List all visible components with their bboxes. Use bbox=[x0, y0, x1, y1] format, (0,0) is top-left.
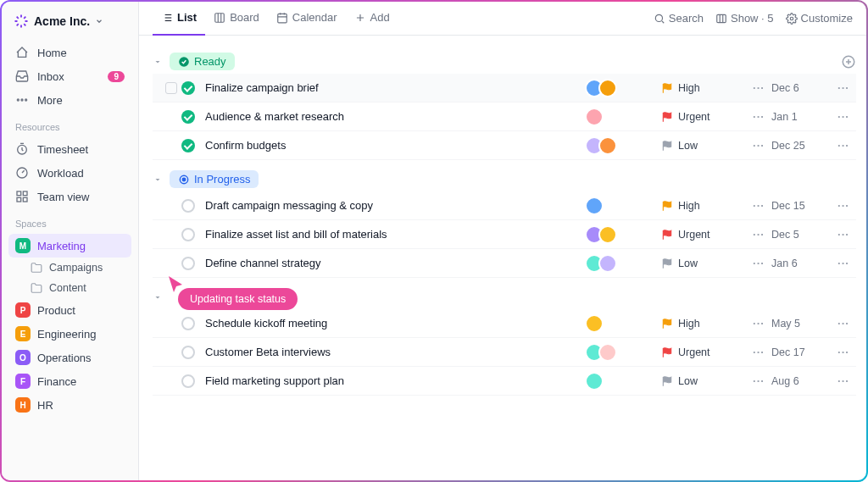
priority-cell[interactable]: Low bbox=[661, 375, 746, 387]
assignees[interactable] bbox=[585, 79, 661, 97]
view-tab-board[interactable]: Board bbox=[205, 2, 268, 36]
task-row[interactable]: Draft campaign messaging & copy High ···… bbox=[153, 191, 856, 220]
nav-inbox[interactable]: Inbox 9 bbox=[8, 64, 131, 88]
collapse-icon[interactable] bbox=[153, 292, 163, 302]
search-button[interactable]: Search bbox=[654, 12, 704, 25]
row-menu-icon[interactable]: ··· bbox=[746, 139, 771, 152]
svg-rect-6 bbox=[17, 197, 21, 202]
assignees[interactable] bbox=[585, 343, 661, 362]
status-pill[interactable]: In Progress bbox=[170, 170, 259, 188]
due-date[interactable]: Dec 15 bbox=[771, 200, 831, 212]
task-status-icon[interactable] bbox=[181, 228, 195, 241]
task-row[interactable]: Define channel strategy Low ··· Jan 6 ··… bbox=[153, 249, 856, 278]
collapse-icon[interactable] bbox=[153, 57, 163, 67]
due-date[interactable]: Jan 1 bbox=[771, 111, 831, 123]
row-menu-icon[interactable]: ··· bbox=[746, 199, 771, 212]
customize-button[interactable]: Customize bbox=[786, 12, 853, 25]
task-status-icon[interactable] bbox=[181, 110, 195, 124]
row-actions-icon[interactable]: ··· bbox=[831, 110, 856, 123]
nav-more[interactable]: More bbox=[8, 88, 131, 112]
task-status-icon[interactable] bbox=[181, 81, 195, 95]
task-row[interactable]: Schedule kickoff meeting High ··· May 5 … bbox=[153, 309, 856, 338]
task-status-icon[interactable] bbox=[181, 199, 195, 213]
assignees[interactable] bbox=[585, 108, 661, 126]
add-task-icon[interactable] bbox=[841, 54, 856, 69]
row-actions-icon[interactable]: ··· bbox=[831, 81, 856, 94]
task-status-icon[interactable] bbox=[181, 139, 195, 152]
task-row[interactable]: Confirm budgets Low ··· Dec 25 ··· bbox=[153, 131, 856, 160]
main-area: List Board Calendar Add Search Show · 5 … bbox=[139, 2, 866, 480]
row-menu-icon[interactable]: ··· bbox=[746, 374, 771, 387]
priority-cell[interactable]: Low bbox=[661, 258, 746, 269]
priority-label: Low bbox=[678, 375, 698, 387]
priority-cell[interactable]: Urgent bbox=[661, 111, 746, 123]
nav-team-view[interactable]: Team view bbox=[8, 185, 131, 208]
task-row[interactable]: Finalize asset list and bill of material… bbox=[153, 220, 856, 249]
assignees[interactable] bbox=[585, 314, 661, 333]
folder-campaigns[interactable]: Campaigns bbox=[8, 258, 131, 278]
folder-content[interactable]: Content bbox=[8, 278, 131, 298]
collapse-icon[interactable] bbox=[153, 175, 163, 185]
row-menu-icon[interactable]: ··· bbox=[746, 228, 771, 241]
row-actions-icon[interactable]: ··· bbox=[831, 139, 856, 152]
view-tab-list[interactable]: List bbox=[153, 2, 205, 36]
space-operations[interactable]: O Operations bbox=[8, 346, 131, 369]
row-actions-icon[interactable]: ··· bbox=[831, 199, 856, 212]
row-menu-icon[interactable]: ··· bbox=[746, 346, 771, 358]
priority-cell[interactable]: High bbox=[661, 82, 746, 94]
assignees[interactable] bbox=[585, 372, 661, 391]
space-marketing[interactable]: M Marketing bbox=[8, 234, 131, 258]
folder-label: Content bbox=[49, 282, 86, 294]
nav-workload[interactable]: Workload bbox=[8, 161, 131, 185]
workspace-logo-icon bbox=[14, 14, 29, 29]
row-actions-icon[interactable]: ··· bbox=[831, 317, 856, 330]
assignees[interactable] bbox=[585, 197, 661, 215]
space-engineering[interactable]: E Engineering bbox=[8, 322, 131, 346]
due-date[interactable]: Jan 6 bbox=[771, 258, 831, 269]
nav-home[interactable]: Home bbox=[8, 41, 131, 64]
row-menu-icon[interactable]: ··· bbox=[746, 110, 771, 123]
row-actions-icon[interactable]: ··· bbox=[831, 257, 856, 269]
task-row[interactable]: Audience & market research Urgent ··· Ja… bbox=[153, 102, 856, 131]
priority-cell[interactable]: Urgent bbox=[661, 229, 746, 241]
due-date[interactable]: Dec 25 bbox=[771, 140, 831, 152]
row-checkbox[interactable] bbox=[165, 82, 177, 94]
task-status-icon[interactable] bbox=[181, 317, 195, 330]
nav-timesheet[interactable]: Timesheet bbox=[8, 137, 131, 161]
priority-cell[interactable]: High bbox=[661, 200, 746, 212]
task-status-icon[interactable] bbox=[181, 374, 195, 388]
due-date[interactable]: May 5 bbox=[771, 318, 831, 330]
assignees[interactable] bbox=[585, 254, 661, 273]
show-button[interactable]: Show · 5 bbox=[715, 12, 774, 25]
priority-cell[interactable]: High bbox=[661, 318, 746, 330]
row-menu-icon[interactable]: ··· bbox=[746, 317, 771, 330]
task-row[interactable]: Field marketing support plan Low ··· Aug… bbox=[153, 367, 856, 396]
space-product[interactable]: P Product bbox=[8, 298, 131, 322]
status-pill[interactable]: Ready bbox=[170, 53, 235, 70]
priority-cell[interactable]: Urgent bbox=[661, 346, 746, 358]
due-date[interactable]: Aug 6 bbox=[771, 375, 831, 387]
view-tab-add[interactable]: Add bbox=[346, 2, 398, 36]
assignees[interactable] bbox=[585, 225, 661, 244]
due-date[interactable]: Dec 6 bbox=[771, 82, 831, 94]
priority-cell[interactable]: Low bbox=[661, 140, 746, 152]
task-row[interactable]: Finalize campaign brief High ··· Dec 6 ·… bbox=[153, 74, 856, 102]
search-icon bbox=[654, 13, 665, 25]
due-date[interactable]: Dec 5 bbox=[771, 229, 831, 241]
task-row[interactable]: Customer Beta interviews Urgent ··· Dec … bbox=[153, 338, 856, 367]
row-actions-icon[interactable]: ··· bbox=[831, 346, 856, 358]
view-tab-calendar[interactable]: Calendar bbox=[268, 2, 346, 36]
row-actions-icon[interactable]: ··· bbox=[831, 228, 856, 241]
home-icon bbox=[15, 46, 29, 59]
row-menu-icon[interactable]: ··· bbox=[746, 81, 771, 94]
space-finance[interactable]: F Finance bbox=[8, 369, 131, 393]
task-status-icon[interactable] bbox=[181, 346, 195, 359]
due-date[interactable]: Dec 17 bbox=[771, 346, 831, 358]
workspace-switcher[interactable]: Acme Inc. bbox=[8, 10, 131, 32]
task-status-icon[interactable] bbox=[181, 257, 195, 270]
space-badge: E bbox=[15, 326, 31, 341]
row-menu-icon[interactable]: ··· bbox=[746, 257, 771, 269]
row-actions-icon[interactable]: ··· bbox=[831, 374, 856, 387]
space-hr[interactable]: H HR bbox=[8, 393, 131, 417]
assignees[interactable] bbox=[585, 136, 661, 155]
